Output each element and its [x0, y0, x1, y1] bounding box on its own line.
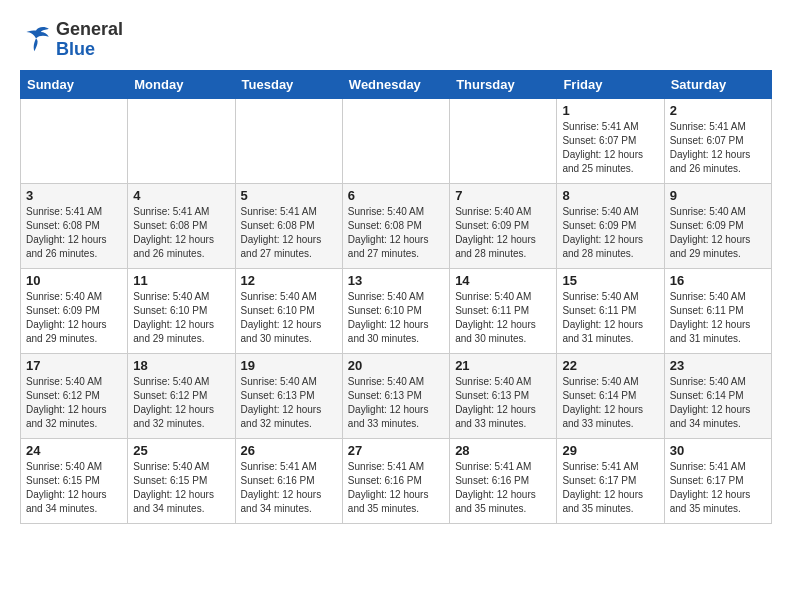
- weekday-header-tuesday: Tuesday: [235, 70, 342, 98]
- day-number: 2: [670, 103, 766, 118]
- day-number: 29: [562, 443, 658, 458]
- day-number: 11: [133, 273, 229, 288]
- day-number: 18: [133, 358, 229, 373]
- calendar-cell: 19Sunrise: 5:40 AM Sunset: 6:13 PM Dayli…: [235, 353, 342, 438]
- calendar-cell: 29Sunrise: 5:41 AM Sunset: 6:17 PM Dayli…: [557, 438, 664, 523]
- calendar-cell: 18Sunrise: 5:40 AM Sunset: 6:12 PM Dayli…: [128, 353, 235, 438]
- calendar-cell: 25Sunrise: 5:40 AM Sunset: 6:15 PM Dayli…: [128, 438, 235, 523]
- day-number: 15: [562, 273, 658, 288]
- day-number: 14: [455, 273, 551, 288]
- calendar-cell: 5Sunrise: 5:41 AM Sunset: 6:08 PM Daylig…: [235, 183, 342, 268]
- calendar-cell: 28Sunrise: 5:41 AM Sunset: 6:16 PM Dayli…: [450, 438, 557, 523]
- day-number: 3: [26, 188, 122, 203]
- day-info: Sunrise: 5:40 AM Sunset: 6:11 PM Dayligh…: [562, 290, 658, 346]
- day-info: Sunrise: 5:40 AM Sunset: 6:09 PM Dayligh…: [455, 205, 551, 261]
- calendar-week-row: 10Sunrise: 5:40 AM Sunset: 6:09 PM Dayli…: [21, 268, 772, 353]
- day-info: Sunrise: 5:40 AM Sunset: 6:13 PM Dayligh…: [348, 375, 444, 431]
- calendar-cell: 8Sunrise: 5:40 AM Sunset: 6:09 PM Daylig…: [557, 183, 664, 268]
- day-number: 21: [455, 358, 551, 373]
- day-number: 26: [241, 443, 337, 458]
- calendar-cell: [450, 98, 557, 183]
- day-number: 5: [241, 188, 337, 203]
- calendar-cell: [342, 98, 449, 183]
- calendar-cell: 6Sunrise: 5:40 AM Sunset: 6:08 PM Daylig…: [342, 183, 449, 268]
- weekday-header-wednesday: Wednesday: [342, 70, 449, 98]
- day-number: 17: [26, 358, 122, 373]
- calendar-cell: 24Sunrise: 5:40 AM Sunset: 6:15 PM Dayli…: [21, 438, 128, 523]
- weekday-header-friday: Friday: [557, 70, 664, 98]
- day-info: Sunrise: 5:40 AM Sunset: 6:11 PM Dayligh…: [455, 290, 551, 346]
- calendar-cell: 21Sunrise: 5:40 AM Sunset: 6:13 PM Dayli…: [450, 353, 557, 438]
- day-info: Sunrise: 5:41 AM Sunset: 6:16 PM Dayligh…: [348, 460, 444, 516]
- day-info: Sunrise: 5:40 AM Sunset: 6:12 PM Dayligh…: [133, 375, 229, 431]
- day-info: Sunrise: 5:40 AM Sunset: 6:15 PM Dayligh…: [133, 460, 229, 516]
- weekday-header-thursday: Thursday: [450, 70, 557, 98]
- logo: General Blue: [20, 20, 123, 60]
- calendar-cell: 30Sunrise: 5:41 AM Sunset: 6:17 PM Dayli…: [664, 438, 771, 523]
- calendar-cell: 1Sunrise: 5:41 AM Sunset: 6:07 PM Daylig…: [557, 98, 664, 183]
- day-info: Sunrise: 5:40 AM Sunset: 6:12 PM Dayligh…: [26, 375, 122, 431]
- day-number: 8: [562, 188, 658, 203]
- calendar-cell: [235, 98, 342, 183]
- logo-icon: [20, 24, 52, 56]
- day-info: Sunrise: 5:41 AM Sunset: 6:08 PM Dayligh…: [241, 205, 337, 261]
- day-info: Sunrise: 5:40 AM Sunset: 6:10 PM Dayligh…: [348, 290, 444, 346]
- day-info: Sunrise: 5:40 AM Sunset: 6:14 PM Dayligh…: [670, 375, 766, 431]
- day-number: 1: [562, 103, 658, 118]
- day-number: 6: [348, 188, 444, 203]
- day-number: 27: [348, 443, 444, 458]
- day-number: 24: [26, 443, 122, 458]
- calendar-cell: 10Sunrise: 5:40 AM Sunset: 6:09 PM Dayli…: [21, 268, 128, 353]
- calendar-cell: 3Sunrise: 5:41 AM Sunset: 6:08 PM Daylig…: [21, 183, 128, 268]
- weekday-header-sunday: Sunday: [21, 70, 128, 98]
- day-number: 7: [455, 188, 551, 203]
- calendar-cell: [128, 98, 235, 183]
- day-number: 22: [562, 358, 658, 373]
- day-info: Sunrise: 5:40 AM Sunset: 6:09 PM Dayligh…: [562, 205, 658, 261]
- day-number: 19: [241, 358, 337, 373]
- day-info: Sunrise: 5:41 AM Sunset: 6:08 PM Dayligh…: [133, 205, 229, 261]
- day-info: Sunrise: 5:40 AM Sunset: 6:10 PM Dayligh…: [241, 290, 337, 346]
- page-header: General Blue: [20, 20, 772, 60]
- calendar-cell: 16Sunrise: 5:40 AM Sunset: 6:11 PM Dayli…: [664, 268, 771, 353]
- calendar-cell: 23Sunrise: 5:40 AM Sunset: 6:14 PM Dayli…: [664, 353, 771, 438]
- day-info: Sunrise: 5:40 AM Sunset: 6:13 PM Dayligh…: [455, 375, 551, 431]
- calendar-cell: 2Sunrise: 5:41 AM Sunset: 6:07 PM Daylig…: [664, 98, 771, 183]
- day-info: Sunrise: 5:40 AM Sunset: 6:09 PM Dayligh…: [26, 290, 122, 346]
- calendar-table: SundayMondayTuesdayWednesdayThursdayFrid…: [20, 70, 772, 524]
- weekday-header-saturday: Saturday: [664, 70, 771, 98]
- day-number: 4: [133, 188, 229, 203]
- day-number: 13: [348, 273, 444, 288]
- calendar-week-row: 17Sunrise: 5:40 AM Sunset: 6:12 PM Dayli…: [21, 353, 772, 438]
- day-number: 12: [241, 273, 337, 288]
- calendar-cell: 17Sunrise: 5:40 AM Sunset: 6:12 PM Dayli…: [21, 353, 128, 438]
- calendar-cell: 14Sunrise: 5:40 AM Sunset: 6:11 PM Dayli…: [450, 268, 557, 353]
- calendar-cell: 27Sunrise: 5:41 AM Sunset: 6:16 PM Dayli…: [342, 438, 449, 523]
- calendar-cell: 7Sunrise: 5:40 AM Sunset: 6:09 PM Daylig…: [450, 183, 557, 268]
- day-number: 25: [133, 443, 229, 458]
- day-info: Sunrise: 5:40 AM Sunset: 6:13 PM Dayligh…: [241, 375, 337, 431]
- day-info: Sunrise: 5:41 AM Sunset: 6:16 PM Dayligh…: [241, 460, 337, 516]
- calendar-week-row: 3Sunrise: 5:41 AM Sunset: 6:08 PM Daylig…: [21, 183, 772, 268]
- day-info: Sunrise: 5:40 AM Sunset: 6:14 PM Dayligh…: [562, 375, 658, 431]
- day-info: Sunrise: 5:41 AM Sunset: 6:07 PM Dayligh…: [562, 120, 658, 176]
- day-number: 30: [670, 443, 766, 458]
- calendar-cell: 9Sunrise: 5:40 AM Sunset: 6:09 PM Daylig…: [664, 183, 771, 268]
- calendar-cell: 22Sunrise: 5:40 AM Sunset: 6:14 PM Dayli…: [557, 353, 664, 438]
- logo-text: General Blue: [56, 20, 123, 60]
- day-number: 16: [670, 273, 766, 288]
- day-info: Sunrise: 5:41 AM Sunset: 6:08 PM Dayligh…: [26, 205, 122, 261]
- day-info: Sunrise: 5:41 AM Sunset: 6:16 PM Dayligh…: [455, 460, 551, 516]
- calendar-cell: [21, 98, 128, 183]
- day-number: 20: [348, 358, 444, 373]
- day-info: Sunrise: 5:41 AM Sunset: 6:17 PM Dayligh…: [562, 460, 658, 516]
- calendar-week-row: 1Sunrise: 5:41 AM Sunset: 6:07 PM Daylig…: [21, 98, 772, 183]
- weekday-header-row: SundayMondayTuesdayWednesdayThursdayFrid…: [21, 70, 772, 98]
- day-info: Sunrise: 5:40 AM Sunset: 6:11 PM Dayligh…: [670, 290, 766, 346]
- calendar-cell: 11Sunrise: 5:40 AM Sunset: 6:10 PM Dayli…: [128, 268, 235, 353]
- day-info: Sunrise: 5:41 AM Sunset: 6:07 PM Dayligh…: [670, 120, 766, 176]
- day-number: 10: [26, 273, 122, 288]
- weekday-header-monday: Monday: [128, 70, 235, 98]
- day-info: Sunrise: 5:41 AM Sunset: 6:17 PM Dayligh…: [670, 460, 766, 516]
- day-info: Sunrise: 5:40 AM Sunset: 6:08 PM Dayligh…: [348, 205, 444, 261]
